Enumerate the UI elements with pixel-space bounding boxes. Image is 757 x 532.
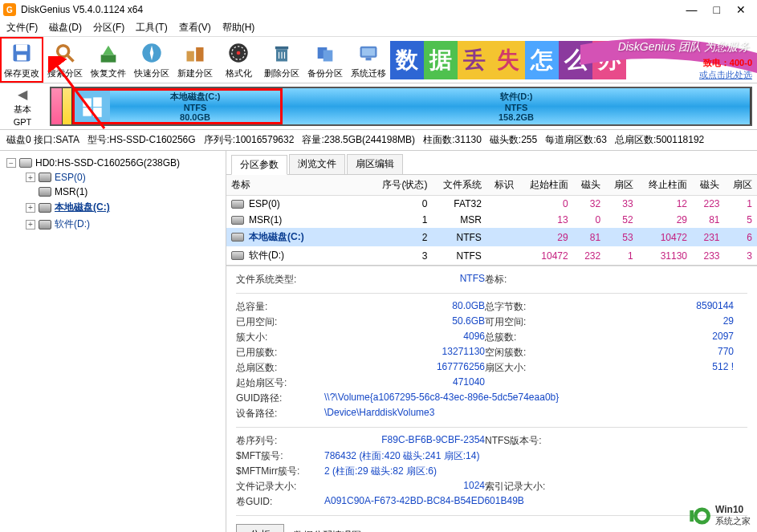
search-partition-button[interactable]: 搜索分区 bbox=[43, 37, 87, 83]
recover-icon bbox=[96, 40, 121, 66]
partition-icon bbox=[39, 187, 51, 197]
expand-icon[interactable]: + bbox=[26, 220, 35, 229]
new-icon bbox=[182, 40, 208, 66]
tree-root[interactable]: − HD0:HS-SSD-C160256G(238GB) bbox=[3, 156, 222, 170]
tab-partition-params[interactable]: 分区参数 bbox=[231, 155, 287, 175]
banner-char: 丢 bbox=[458, 41, 491, 79]
hdd-icon bbox=[19, 158, 32, 168]
svg-rect-0 bbox=[14, 45, 31, 62]
svg-rect-24 bbox=[83, 108, 92, 116]
tree-item-d[interactable]: + 软件(D:) bbox=[3, 216, 222, 233]
tree-item-msr[interactable]: MSR(1) bbox=[3, 185, 222, 199]
expand-icon[interactable]: + bbox=[26, 173, 35, 182]
app-icon: G bbox=[3, 3, 16, 16]
menu-help[interactable]: 帮助(H) bbox=[222, 21, 255, 35]
menu-tools[interactable]: 工具(T) bbox=[136, 21, 167, 35]
diskmap-c[interactable]: 本地磁盘(C:) NTFS 80.0GB bbox=[72, 88, 283, 124]
tree-item-c[interactable]: + 本地磁盘(C:) bbox=[3, 199, 222, 216]
format-button[interactable]: 格式化 bbox=[217, 37, 260, 83]
svg-rect-20 bbox=[362, 48, 375, 55]
prop-val: NTFS bbox=[324, 273, 485, 286]
disk-tree[interactable]: − HD0:HS-SSD-C160256G(238GB) + ESP(0) MS… bbox=[0, 151, 226, 532]
table-row[interactable]: 本地磁盘(C:)2NTFS298153104722316 bbox=[226, 228, 757, 246]
expand-icon[interactable]: + bbox=[26, 203, 35, 213]
diskmap-esp[interactable] bbox=[51, 88, 63, 124]
svg-rect-22 bbox=[83, 98, 92, 107]
banner-char: 数 bbox=[390, 41, 424, 79]
banner-char: 据 bbox=[424, 41, 458, 79]
watermark: Win10 系统之家 bbox=[688, 504, 751, 527]
toolbar-label: 新建分区 bbox=[177, 67, 213, 79]
diskmap-d[interactable]: 软件(D:) NTFS 158.2GB bbox=[283, 88, 751, 124]
col-label[interactable]: 标识 bbox=[486, 175, 519, 196]
diskmap-msr[interactable] bbox=[63, 88, 72, 124]
new-partition-button[interactable]: 新建分区 bbox=[173, 37, 217, 83]
toolbar-label: 删除分区 bbox=[264, 67, 299, 79]
toolbar-label: 格式化 bbox=[226, 67, 252, 79]
table-row[interactable]: ESP(0)0FAT3203233122231 bbox=[226, 196, 757, 213]
toolbar-label: 保存更改 bbox=[4, 67, 39, 79]
svg-point-28 bbox=[695, 509, 708, 522]
col-fs[interactable]: 文件系统 bbox=[432, 175, 486, 196]
col-index[interactable]: 序号(状态) bbox=[371, 175, 432, 196]
floppy-icon bbox=[9, 40, 35, 66]
banner-link[interactable]: 或点击此处选 bbox=[699, 70, 752, 79]
prop-key: 卷标: bbox=[485, 273, 573, 286]
prev-disk-button[interactable]: ◀ bbox=[18, 87, 27, 102]
tab-sector-edit[interactable]: 扇区编辑 bbox=[347, 154, 403, 174]
toolbar-label: 恢复文件 bbox=[91, 67, 126, 79]
menu-partition[interactable]: 分区(F) bbox=[93, 21, 124, 35]
svg-rect-25 bbox=[93, 108, 102, 117]
close-button[interactable]: ✕ bbox=[736, 3, 746, 16]
banner[interactable]: 数 据 丢 失 怎 么 办 DiskGenius 团队 为您服务 致电：400-… bbox=[390, 37, 757, 83]
svg-rect-8 bbox=[196, 47, 203, 62]
menu-view[interactable]: 查看(V) bbox=[179, 21, 211, 35]
collapse-icon[interactable]: − bbox=[6, 158, 16, 168]
toolbar-label: 搜索分区 bbox=[47, 67, 83, 79]
col-sector2[interactable]: 扇区 bbox=[724, 175, 757, 196]
tree-item-esp[interactable]: + ESP(0) bbox=[3, 170, 222, 185]
partition-name: 软件(D:) bbox=[500, 91, 533, 103]
svg-rect-7 bbox=[187, 51, 194, 62]
table-row[interactable]: 软件(D:)3NTFS104722321311302333 bbox=[226, 246, 757, 265]
col-head[interactable]: 磁头 bbox=[573, 175, 605, 196]
quick-partition-button[interactable]: 快速分区 bbox=[130, 37, 173, 83]
col-head2[interactable]: 磁头 bbox=[692, 175, 724, 196]
minimize-button[interactable]: — bbox=[686, 3, 698, 16]
save-button[interactable]: 保存更改 bbox=[0, 37, 43, 83]
col-startcyl[interactable]: 起始柱面 bbox=[519, 175, 572, 196]
menu-disk[interactable]: 磁盘(D) bbox=[49, 21, 82, 35]
partition-fs: NTFS bbox=[505, 103, 528, 112]
recover-files-button[interactable]: 恢复文件 bbox=[87, 37, 130, 83]
disk-status-line: 磁盘0 接口:SATA 型号:HS-SSD-C160256G 序列号:10016… bbox=[0, 130, 757, 151]
disk-map[interactable]: 本地磁盘(C:) NTFS 80.0GB 软件(D:) NTFS 158.2GB bbox=[50, 87, 752, 126]
svg-line-4 bbox=[68, 56, 74, 62]
banner-slogan: DiskGenius 团队 为您服务 bbox=[618, 40, 749, 55]
analyze-button[interactable]: 分析 bbox=[236, 524, 284, 532]
volume-table[interactable]: 卷标 序号(状态) 文件系统 标识 起始柱面 磁头 扇区 终止柱面 磁头 扇区 … bbox=[226, 175, 757, 265]
prop-val bbox=[573, 273, 734, 286]
partition-fs: NTFS bbox=[184, 103, 207, 112]
svg-rect-18 bbox=[324, 51, 333, 62]
svg-rect-27 bbox=[690, 510, 694, 522]
toolbar-label: 快速分区 bbox=[134, 67, 169, 79]
backup-icon bbox=[312, 40, 338, 66]
toolbar-label: 备份分区 bbox=[307, 67, 343, 79]
menu-file[interactable]: 文件(F) bbox=[6, 21, 38, 35]
tab-browse-files[interactable]: 浏览文件 bbox=[289, 154, 345, 174]
backup-partition-button[interactable]: 备份分区 bbox=[303, 37, 347, 83]
prop-key: 文件系统类型: bbox=[236, 273, 324, 286]
svg-rect-13 bbox=[275, 47, 288, 50]
allocation-label: 数据分配情况图： bbox=[294, 529, 371, 533]
migrate-icon bbox=[356, 40, 381, 66]
delete-partition-button[interactable]: 删除分区 bbox=[260, 37, 303, 83]
col-sector[interactable]: 扇区 bbox=[605, 175, 637, 196]
magnifier-icon bbox=[52, 40, 78, 66]
maximize-button[interactable]: □ bbox=[714, 3, 720, 16]
col-name[interactable]: 卷标 bbox=[226, 175, 371, 196]
svg-rect-2 bbox=[17, 55, 26, 60]
col-endcyl[interactable]: 终止柱面 bbox=[638, 175, 692, 196]
trash-icon bbox=[269, 40, 295, 66]
table-row[interactable]: MSR(1)1MSR1305229815 bbox=[226, 212, 757, 228]
system-migrate-button[interactable]: 系统迁移 bbox=[347, 37, 390, 83]
